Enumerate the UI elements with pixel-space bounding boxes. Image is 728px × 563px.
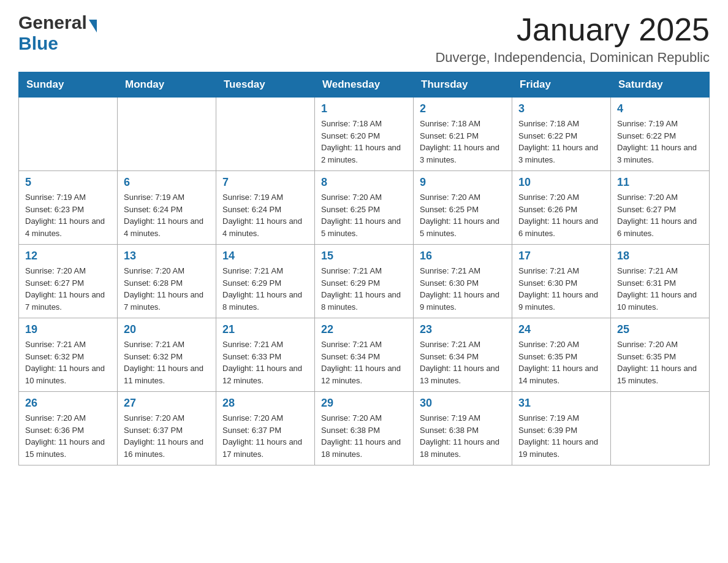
day-info: Sunrise: 7:18 AMSunset: 6:22 PMDaylight:… <box>518 118 604 166</box>
calendar-week-5: 26Sunrise: 7:20 AMSunset: 6:36 PMDayligh… <box>19 392 710 465</box>
day-number: 2 <box>420 102 506 115</box>
day-info: Sunrise: 7:19 AMSunset: 6:39 PMDaylight:… <box>518 412 604 460</box>
calendar-cell-w4-d5: 23Sunrise: 7:21 AMSunset: 6:34 PMDayligh… <box>414 318 512 392</box>
day-info: Sunrise: 7:19 AMSunset: 6:23 PMDaylight:… <box>25 191 111 239</box>
col-thursday: Thursday <box>414 72 512 98</box>
day-number: 24 <box>518 323 604 336</box>
calendar-cell-w5-d7 <box>611 392 710 465</box>
day-number: 31 <box>518 397 604 410</box>
day-number: 9 <box>420 176 506 189</box>
col-tuesday: Tuesday <box>216 72 315 98</box>
page-header: General Blue January 2025 Duverge, Indep… <box>18 12 710 66</box>
logo-triangle-icon <box>89 20 97 33</box>
day-number: 25 <box>617 323 703 336</box>
day-info: Sunrise: 7:20 AMSunset: 6:38 PMDaylight:… <box>321 412 407 460</box>
day-info: Sunrise: 7:19 AMSunset: 6:22 PMDaylight:… <box>617 118 703 166</box>
col-saturday: Saturday <box>611 72 710 98</box>
col-monday: Monday <box>118 72 216 98</box>
calendar-cell-w2-d2: 6Sunrise: 7:19 AMSunset: 6:24 PMDaylight… <box>118 171 216 245</box>
day-info: Sunrise: 7:21 AMSunset: 6:34 PMDaylight:… <box>321 339 407 386</box>
day-number: 21 <box>222 323 308 336</box>
day-number: 16 <box>420 250 506 262</box>
day-number: 17 <box>518 250 604 262</box>
calendar-cell-w4-d7: 25Sunrise: 7:20 AMSunset: 6:35 PMDayligh… <box>611 318 710 392</box>
calendar-cell-w2-d3: 7Sunrise: 7:19 AMSunset: 6:24 PMDaylight… <box>216 171 315 245</box>
day-info: Sunrise: 7:21 AMSunset: 6:33 PMDaylight:… <box>222 339 308 386</box>
calendar-cell-w3-d4: 15Sunrise: 7:21 AMSunset: 6:29 PMDayligh… <box>315 245 414 318</box>
calendar-cell-w4-d3: 21Sunrise: 7:21 AMSunset: 6:33 PMDayligh… <box>216 318 315 392</box>
day-info: Sunrise: 7:20 AMSunset: 6:27 PMDaylight:… <box>617 191 703 239</box>
day-info: Sunrise: 7:20 AMSunset: 6:25 PMDaylight:… <box>420 191 506 239</box>
day-info: Sunrise: 7:21 AMSunset: 6:29 PMDaylight:… <box>321 265 407 313</box>
col-friday: Friday <box>512 72 611 98</box>
calendar-cell-w4-d4: 22Sunrise: 7:21 AMSunset: 6:34 PMDayligh… <box>315 318 414 392</box>
day-number: 29 <box>321 397 407 410</box>
day-info: Sunrise: 7:19 AMSunset: 6:24 PMDaylight:… <box>124 191 210 239</box>
logo: General Blue <box>18 12 97 54</box>
col-wednesday: Wednesday <box>315 72 414 98</box>
day-number: 10 <box>518 176 604 189</box>
calendar-cell-w5-d1: 26Sunrise: 7:20 AMSunset: 6:36 PMDayligh… <box>19 392 118 465</box>
logo-blue: Blue <box>18 33 58 53</box>
day-number: 15 <box>321 250 407 262</box>
calendar-cell-w2-d4: 8Sunrise: 7:20 AMSunset: 6:25 PMDaylight… <box>315 171 414 245</box>
day-info: Sunrise: 7:20 AMSunset: 6:35 PMDaylight:… <box>617 339 703 386</box>
calendar-cell-w1-d2 <box>118 98 216 171</box>
calendar-cell-w3-d1: 12Sunrise: 7:20 AMSunset: 6:27 PMDayligh… <box>19 245 118 318</box>
calendar-week-4: 19Sunrise: 7:21 AMSunset: 6:32 PMDayligh… <box>19 318 710 392</box>
calendar-cell-w1-d7: 4Sunrise: 7:19 AMSunset: 6:22 PMDaylight… <box>611 98 710 171</box>
calendar-cell-w3-d2: 13Sunrise: 7:20 AMSunset: 6:28 PMDayligh… <box>118 245 216 318</box>
calendar-header-row: Sunday Monday Tuesday Wednesday Thursday… <box>19 72 710 98</box>
day-info: Sunrise: 7:20 AMSunset: 6:25 PMDaylight:… <box>321 191 407 239</box>
day-info: Sunrise: 7:21 AMSunset: 6:32 PMDaylight:… <box>25 339 111 386</box>
calendar-cell-w5-d6: 31Sunrise: 7:19 AMSunset: 6:39 PMDayligh… <box>512 392 611 465</box>
calendar-cell-w2-d6: 10Sunrise: 7:20 AMSunset: 6:26 PMDayligh… <box>512 171 611 245</box>
calendar-cell-w1-d5: 2Sunrise: 7:18 AMSunset: 6:21 PMDaylight… <box>414 98 512 171</box>
day-info: Sunrise: 7:20 AMSunset: 6:35 PMDaylight:… <box>518 339 604 386</box>
title-block: January 2025 Duverge, Independencia, Dom… <box>435 12 710 66</box>
day-number: 27 <box>124 397 210 410</box>
day-info: Sunrise: 7:21 AMSunset: 6:29 PMDaylight:… <box>222 265 308 313</box>
calendar-cell-w3-d3: 14Sunrise: 7:21 AMSunset: 6:29 PMDayligh… <box>216 245 315 318</box>
calendar-cell-w4-d1: 19Sunrise: 7:21 AMSunset: 6:32 PMDayligh… <box>19 318 118 392</box>
day-number: 23 <box>420 323 506 336</box>
calendar-cell-w3-d6: 17Sunrise: 7:21 AMSunset: 6:30 PMDayligh… <box>512 245 611 318</box>
calendar-cell-w3-d7: 18Sunrise: 7:21 AMSunset: 6:31 PMDayligh… <box>611 245 710 318</box>
calendar-cell-w1-d3 <box>216 98 315 171</box>
day-number: 4 <box>617 102 703 115</box>
day-number: 22 <box>321 323 407 336</box>
calendar-cell-w5-d3: 28Sunrise: 7:20 AMSunset: 6:37 PMDayligh… <box>216 392 315 465</box>
day-info: Sunrise: 7:21 AMSunset: 6:34 PMDaylight:… <box>420 339 506 386</box>
day-info: Sunrise: 7:20 AMSunset: 6:36 PMDaylight:… <box>25 412 111 460</box>
day-info: Sunrise: 7:18 AMSunset: 6:20 PMDaylight:… <box>321 118 407 166</box>
calendar-cell-w3-d5: 16Sunrise: 7:21 AMSunset: 6:30 PMDayligh… <box>414 245 512 318</box>
calendar-cell-w5-d2: 27Sunrise: 7:20 AMSunset: 6:37 PMDayligh… <box>118 392 216 465</box>
day-info: Sunrise: 7:20 AMSunset: 6:28 PMDaylight:… <box>124 265 210 313</box>
calendar-cell-w5-d4: 29Sunrise: 7:20 AMSunset: 6:38 PMDayligh… <box>315 392 414 465</box>
day-number: 6 <box>124 176 210 189</box>
day-number: 8 <box>321 176 407 189</box>
calendar-cell-w1-d1 <box>19 98 118 171</box>
calendar-cell-w1-d6: 3Sunrise: 7:18 AMSunset: 6:22 PMDaylight… <box>512 98 611 171</box>
calendar-cell-w2-d7: 11Sunrise: 7:20 AMSunset: 6:27 PMDayligh… <box>611 171 710 245</box>
calendar-cell-w5-d5: 30Sunrise: 7:19 AMSunset: 6:38 PMDayligh… <box>414 392 512 465</box>
day-info: Sunrise: 7:18 AMSunset: 6:21 PMDaylight:… <box>420 118 506 166</box>
calendar-week-2: 5Sunrise: 7:19 AMSunset: 6:23 PMDaylight… <box>19 171 710 245</box>
day-number: 20 <box>124 323 210 336</box>
day-info: Sunrise: 7:20 AMSunset: 6:37 PMDaylight:… <box>222 412 308 460</box>
day-number: 30 <box>420 397 506 410</box>
day-info: Sunrise: 7:20 AMSunset: 6:26 PMDaylight:… <box>518 191 604 239</box>
day-number: 5 <box>25 176 111 189</box>
day-info: Sunrise: 7:21 AMSunset: 6:31 PMDaylight:… <box>617 265 703 313</box>
day-info: Sunrise: 7:21 AMSunset: 6:30 PMDaylight:… <box>518 265 604 313</box>
calendar-week-1: 1Sunrise: 7:18 AMSunset: 6:20 PMDaylight… <box>19 98 710 171</box>
calendar-cell-w4-d6: 24Sunrise: 7:20 AMSunset: 6:35 PMDayligh… <box>512 318 611 392</box>
day-number: 1 <box>321 102 407 115</box>
day-info: Sunrise: 7:19 AMSunset: 6:38 PMDaylight:… <box>420 412 506 460</box>
col-sunday: Sunday <box>19 72 118 98</box>
day-number: 3 <box>518 102 604 115</box>
day-info: Sunrise: 7:21 AMSunset: 6:32 PMDaylight:… <box>124 339 210 386</box>
day-info: Sunrise: 7:20 AMSunset: 6:27 PMDaylight:… <box>25 265 111 313</box>
day-info: Sunrise: 7:19 AMSunset: 6:24 PMDaylight:… <box>222 191 308 239</box>
day-number: 7 <box>222 176 308 189</box>
